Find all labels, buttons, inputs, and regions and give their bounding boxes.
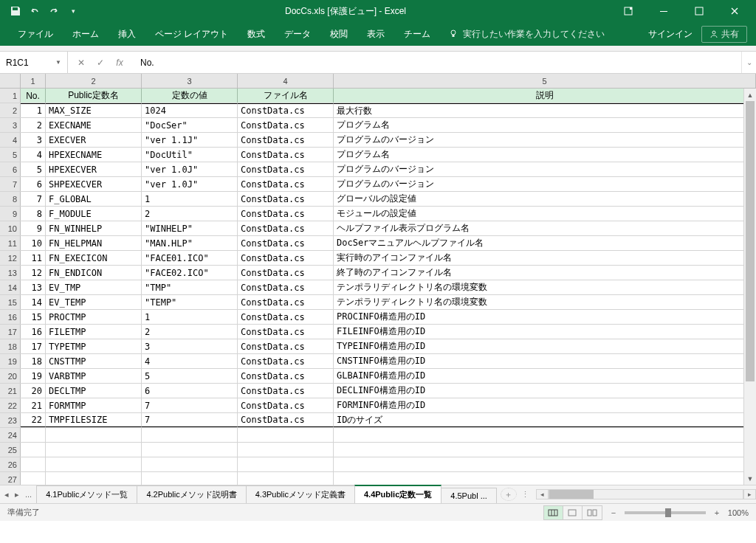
cell[interactable]: ConstData.cs xyxy=(238,398,334,412)
name-box[interactable]: R1C1 ▼ xyxy=(0,52,68,73)
cell[interactable]: 10 xyxy=(21,236,46,250)
cell[interactable]: "DocUtil" xyxy=(142,148,238,162)
cell[interactable]: ConstData.cs xyxy=(238,354,334,368)
cell[interactable]: "MAN.HLP" xyxy=(142,236,238,250)
cell[interactable]: 15 xyxy=(21,310,46,324)
row-header[interactable]: 20 xyxy=(0,369,21,383)
row-header[interactable]: 4 xyxy=(0,133,21,147)
row-header[interactable]: 5 xyxy=(0,148,21,162)
cell[interactable]: ConstData.cs xyxy=(238,295,334,309)
cell[interactable]: プログラムのバージョン xyxy=(334,177,756,191)
cell[interactable]: FN_WINHELP xyxy=(46,221,142,235)
cell[interactable]: FORMINFO構造用のID xyxy=(334,398,756,412)
cell[interactable]: テンポラリディレクトリ名の環境変数 xyxy=(334,295,756,309)
cell[interactable]: FORMTMP xyxy=(46,398,142,412)
row-header[interactable]: 10 xyxy=(0,221,21,235)
cell[interactable]: DocSerマニュアルヘルプファイル名 xyxy=(334,236,756,250)
row-header[interactable]: 23 xyxy=(0,413,21,427)
header-cell[interactable]: 定数の値 xyxy=(142,89,238,103)
cell[interactable]: PROCTMP xyxy=(46,310,142,324)
cell[interactable]: ConstData.cs xyxy=(238,148,334,162)
cell[interactable]: グローバルの設定値 xyxy=(334,192,756,206)
cell[interactable]: 18 xyxy=(21,354,46,368)
header-cell[interactable]: ファイル名 xyxy=(238,89,334,103)
tab-scroll-left-icon[interactable]: ◂ xyxy=(4,490,9,499)
cell[interactable] xyxy=(21,472,46,485)
cell[interactable]: F_GLOBAL xyxy=(46,192,142,206)
normal-view-icon[interactable] xyxy=(544,506,563,519)
share-button[interactable]: 共有 xyxy=(701,26,747,43)
tab-page-layout[interactable]: ページ レイアウト xyxy=(146,24,237,45)
cell[interactable] xyxy=(238,457,334,471)
header-cell[interactable]: Public定数名 xyxy=(46,89,142,103)
cell[interactable] xyxy=(21,443,46,457)
cell[interactable]: 2 xyxy=(142,325,238,339)
minimize-button[interactable] xyxy=(647,1,681,21)
scroll-up-icon[interactable]: ▲ xyxy=(744,89,756,101)
cell[interactable]: EXECNAME xyxy=(46,118,142,132)
zoom-level[interactable]: 100% xyxy=(728,508,749,517)
column-header[interactable]: 4 xyxy=(238,74,334,88)
zoom-knob[interactable] xyxy=(665,508,671,517)
tab-more-label[interactable]: ... xyxy=(25,490,32,499)
cell[interactable]: TYPETMP xyxy=(46,339,142,353)
tab-home[interactable]: ホーム xyxy=(63,24,108,45)
cell[interactable]: EV_TEMP xyxy=(46,295,142,309)
row-header[interactable]: 13 xyxy=(0,266,21,280)
cell[interactable]: プログラム名 xyxy=(334,118,756,132)
cell[interactable]: "ver 1.0J" xyxy=(142,177,238,191)
tab-team[interactable]: チーム xyxy=(395,24,439,45)
cell[interactable]: 6 xyxy=(21,177,46,191)
row-header[interactable]: 2 xyxy=(0,103,21,117)
sheet-tab[interactable]: 4.3Publicメソッド定義書 xyxy=(246,485,355,503)
cell[interactable]: ConstData.cs xyxy=(238,192,334,206)
cell[interactable]: 7 xyxy=(21,192,46,206)
cell[interactable]: "TEMP" xyxy=(142,295,238,309)
cell[interactable]: FILEINFO構造用のID xyxy=(334,325,756,339)
zoom-in-button[interactable]: + xyxy=(712,508,722,517)
cell[interactable]: テンポラリディレクトリ名の環境変数 xyxy=(334,280,756,294)
cell[interactable]: 3 xyxy=(142,339,238,353)
header-cell[interactable]: 説明 xyxy=(334,89,756,103)
cell[interactable] xyxy=(46,457,142,471)
cell[interactable]: 8 xyxy=(21,207,46,221)
qat-customize-icon[interactable]: ▾ xyxy=(66,4,80,18)
cell[interactable]: 5 xyxy=(142,369,238,383)
row-header[interactable]: 21 xyxy=(0,384,21,398)
sign-in-link[interactable]: サインイン xyxy=(648,28,693,41)
cell[interactable]: 4 xyxy=(142,354,238,368)
cell[interactable]: EXECVER xyxy=(46,133,142,147)
sheet-tab[interactable]: 4.1Publicメソッド一覧 xyxy=(36,485,137,503)
cell[interactable]: 16 xyxy=(21,325,46,339)
cell[interactable]: ConstData.cs xyxy=(238,133,334,147)
cell[interactable]: ConstData.cs xyxy=(238,103,334,117)
cell[interactable]: ConstData.cs xyxy=(238,162,334,176)
cell[interactable] xyxy=(334,457,756,471)
row-header[interactable]: 11 xyxy=(0,236,21,250)
row-header[interactable]: 22 xyxy=(0,398,21,412)
ribbon-display-options-icon[interactable] xyxy=(611,1,645,21)
cell[interactable]: "FACE02.ICO" xyxy=(142,266,238,280)
cell[interactable] xyxy=(46,428,142,442)
cell[interactable]: 6 xyxy=(142,384,238,398)
cell[interactable]: 3 xyxy=(21,133,46,147)
row-header[interactable]: 9 xyxy=(0,207,21,221)
insert-function-icon[interactable]: fx xyxy=(114,58,126,68)
row-header[interactable]: 26 xyxy=(0,457,21,471)
tab-scroll-right-icon[interactable]: ▸ xyxy=(15,490,19,499)
cell[interactable]: 2 xyxy=(21,118,46,132)
cell[interactable]: プログラム名 xyxy=(334,148,756,162)
cell[interactable]: 1 xyxy=(21,103,46,117)
cell[interactable] xyxy=(238,443,334,457)
row-header[interactable]: 24 xyxy=(0,428,21,442)
undo-icon[interactable] xyxy=(28,4,41,18)
cell[interactable]: 4 xyxy=(21,148,46,162)
cell[interactable]: ConstData.cs xyxy=(238,413,334,427)
hscroll-thumb[interactable] xyxy=(549,490,594,499)
cell[interactable]: 7 xyxy=(142,413,238,427)
cell[interactable]: VARBTMP xyxy=(46,369,142,383)
cell[interactable]: 7 xyxy=(142,398,238,412)
cell[interactable]: プログラムのバージョン xyxy=(334,162,756,176)
tab-review[interactable]: 校閲 xyxy=(321,24,357,45)
cell[interactable] xyxy=(46,443,142,457)
